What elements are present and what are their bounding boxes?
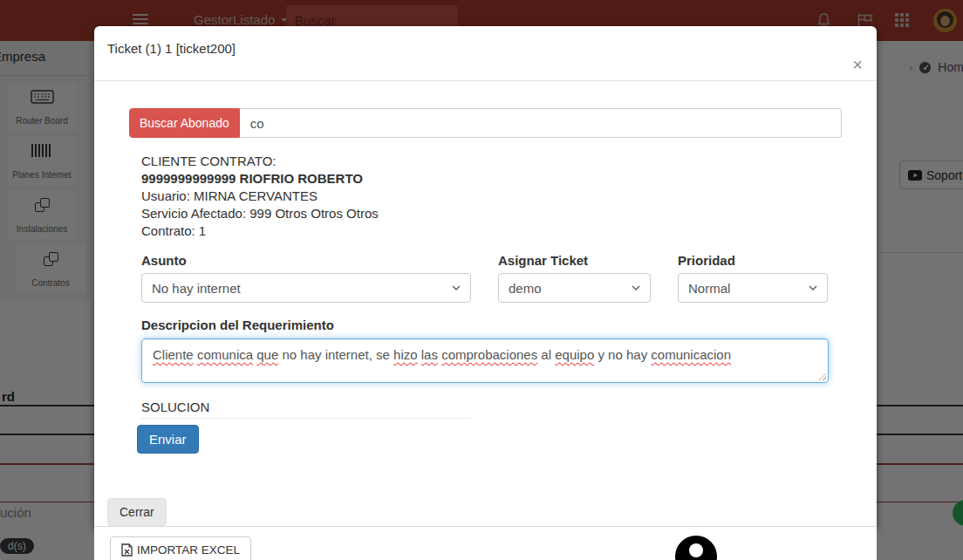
cerrar-button[interactable]: Cerrar <box>107 498 167 526</box>
asignar-ticket-value: demo <box>509 281 542 296</box>
chevron-down-icon <box>452 285 461 290</box>
close-icon[interactable]: × <box>852 56 863 73</box>
abonado-search-input[interactable] <box>240 108 842 138</box>
asunto-value: No hay internet <box>152 281 241 296</box>
descripcion-textarea[interactable]: Cliente comunica que no hay internet, se… <box>141 338 829 383</box>
cliente-heading: CLIENTE CONTRATO: <box>141 153 379 170</box>
lower-panel: IMPORTAR EXCEL <box>94 526 877 560</box>
cliente-usuario: Usuario: MIRNA CERVANTES <box>141 188 379 205</box>
person-avatar-icon <box>675 536 717 560</box>
cliente-servicio: Servicio Afectado: 999 Otros Otros Otros <box>141 205 379 222</box>
prioridad-label: Prioridad <box>678 253 735 268</box>
asignar-ticket-label: Asignar Ticket <box>498 253 588 268</box>
buscar-abonado-button[interactable]: Buscar Abonado <box>129 108 240 138</box>
importar-excel-button[interactable]: IMPORTAR EXCEL <box>110 536 251 560</box>
importar-excel-label: IMPORTAR EXCEL <box>137 543 240 557</box>
resize-handle-icon[interactable] <box>816 371 826 380</box>
prioridad-value: Normal <box>688 281 730 296</box>
person-head <box>689 543 703 557</box>
modal-header-divider <box>94 80 877 81</box>
ticket-modal: Ticket (1) 1 [ticket200] × Buscar Abonad… <box>94 26 877 526</box>
enviar-button[interactable]: Enviar <box>137 425 199 454</box>
asunto-select[interactable]: No hay internet <box>141 273 471 303</box>
solucion-label: SOLUCION <box>141 400 209 414</box>
chevron-down-icon <box>809 285 817 290</box>
chevron-down-icon <box>632 285 640 290</box>
excel-file-icon <box>121 543 133 557</box>
buscar-abonado-group: Buscar Abonado <box>129 108 842 138</box>
asignar-ticket-select[interactable]: demo <box>498 273 651 303</box>
cliente-info: CLIENTE CONTRATO: 9999999999999 RIOFRIO … <box>141 153 379 240</box>
cliente-nombre: 9999999999999 RIOFRIO ROBERTO <box>141 170 379 188</box>
modal-title: Ticket (1) 1 [ticket200] <box>107 41 236 56</box>
cliente-contrato: Contrato: 1 <box>141 222 379 240</box>
asunto-label: Asunto <box>141 253 187 268</box>
solucion-underline <box>141 418 471 419</box>
prioridad-select[interactable]: Normal <box>678 273 828 303</box>
descripcion-label: Descripcion del Requerimiento <box>141 318 334 332</box>
